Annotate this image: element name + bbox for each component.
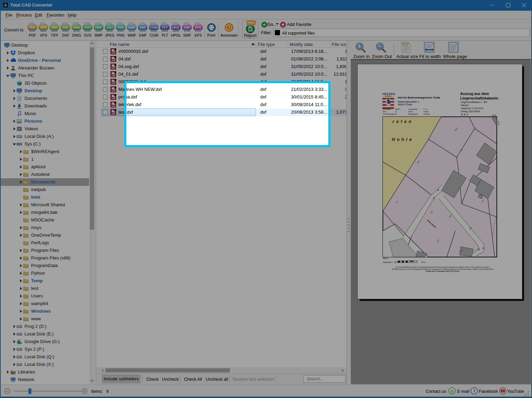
svg-text:Hohle: Hohle bbox=[392, 137, 414, 142]
svg-text:PNG: PNG bbox=[117, 26, 124, 29]
svg-text:Liegenschaftskarte 1 : 500: Liegenschaftskarte 1 : 500 bbox=[461, 101, 487, 104]
svg-text:SVG: SVG bbox=[84, 26, 91, 29]
svg-text:(35 KB) Nutzung nur mit Genehm: (35 KB) Nutzung nur mit Genehmigung des … bbox=[392, 268, 493, 270]
svg-text:A: A bbox=[4, 3, 7, 7]
svg-text:247/3: 247/3 bbox=[497, 121, 499, 125]
svg-text:DWG: DWG bbox=[72, 26, 80, 29]
svg-text:TIFF: TIFF bbox=[52, 26, 57, 29]
svg-text:DXF: DXF bbox=[112, 52, 116, 54]
svg-text:Hausen: Hausen bbox=[461, 104, 469, 106]
svg-text:34190: 34190 bbox=[492, 115, 496, 116]
svg-text:Kreis:: Kreis: bbox=[408, 111, 414, 113]
svg-text:Fulda: Fulda bbox=[424, 111, 429, 113]
svg-text:HESSEN: HESSEN bbox=[383, 93, 395, 96]
svg-text:roten: roten bbox=[393, 119, 413, 124]
svg-text:DXF: DXF bbox=[112, 90, 116, 92]
svg-text:Liegenschaftskataster: Liegenschaftskataster bbox=[460, 96, 499, 100]
svg-text:Durch die Darstellung und die: Durch die Darstellung und die vermessung… bbox=[396, 266, 490, 268]
svg-text:DXF: DXF bbox=[62, 26, 69, 29]
svg-text:M. B. 6: M. B. 6 bbox=[461, 113, 468, 116]
svg-text:PLT: PLT bbox=[162, 26, 168, 29]
svg-text:Amt für Bodenmanagement. Fulda: Amt für Bodenmanagement. Fulda bbox=[398, 96, 440, 99]
svg-text:Auszug aus dem: Auszug aus dem bbox=[460, 92, 489, 96]
svg-text:DXF: DXF bbox=[112, 59, 116, 62]
svg-text:DXF: DXF bbox=[112, 82, 116, 85]
svg-text:DXF: DXF bbox=[112, 67, 116, 69]
svg-text:WMF: WMF bbox=[128, 26, 136, 29]
svg-text:10 m: 10 m bbox=[421, 261, 426, 263]
svg-text:DXF: DXF bbox=[112, 105, 116, 107]
svg-text:EMF: EMF bbox=[139, 26, 146, 29]
svg-text:PDF: PDF bbox=[29, 26, 36, 29]
svg-text:L. F...: L. F... bbox=[424, 108, 428, 110]
svg-text:Flur:: Flur: bbox=[383, 111, 387, 113]
svg-text:SWF: SWF bbox=[183, 26, 191, 29]
svg-text:Flurstück:: Flurstück: bbox=[383, 108, 391, 110]
svg-text:...: ... bbox=[395, 113, 397, 115]
svg-text:Reg.bezirk:: Reg.bezirk: bbox=[408, 113, 418, 115]
svg-text:JPEG: JPEG bbox=[106, 26, 113, 29]
svg-text:6: 6 bbox=[395, 111, 396, 113]
svg-text:XPS: XPS bbox=[40, 26, 46, 29]
svg-text:Hessen: Hessen bbox=[424, 113, 430, 115]
svg-text:@: @ bbox=[450, 389, 454, 393]
svg-text:CGM: CGM bbox=[150, 26, 158, 29]
svg-text:DXF: DXF bbox=[112, 97, 116, 100]
svg-text:46/17: 46/17 bbox=[395, 108, 400, 110]
svg-text:DXF: DXF bbox=[112, 75, 116, 77]
svg-text:Antrag: 533739634: Antrag: 533739634 bbox=[461, 110, 480, 113]
svg-text:Maßstab 1 : 500: Maßstab 1 : 500 bbox=[383, 261, 398, 263]
svg-text:HPGL: HPGL bbox=[172, 26, 180, 29]
svg-text:DXF: DXF bbox=[112, 113, 116, 115]
svg-text:Gemeinde:: Gemeinde: bbox=[408, 108, 418, 110]
svg-text:erstellt am 17.09.2013: erstellt am 17.09.2013 bbox=[461, 107, 483, 110]
svg-text:36041 Fulda: 36041 Fulda bbox=[398, 103, 413, 106]
svg-text:36872: 36872 bbox=[383, 257, 388, 259]
svg-text:BMP: BMP bbox=[95, 26, 102, 29]
svg-text:Erstellt am 27. September 2013: Erstellt am 27. September 2013 (7:21:15 … bbox=[426, 271, 459, 272]
svg-text:EPS: EPS bbox=[195, 26, 201, 29]
